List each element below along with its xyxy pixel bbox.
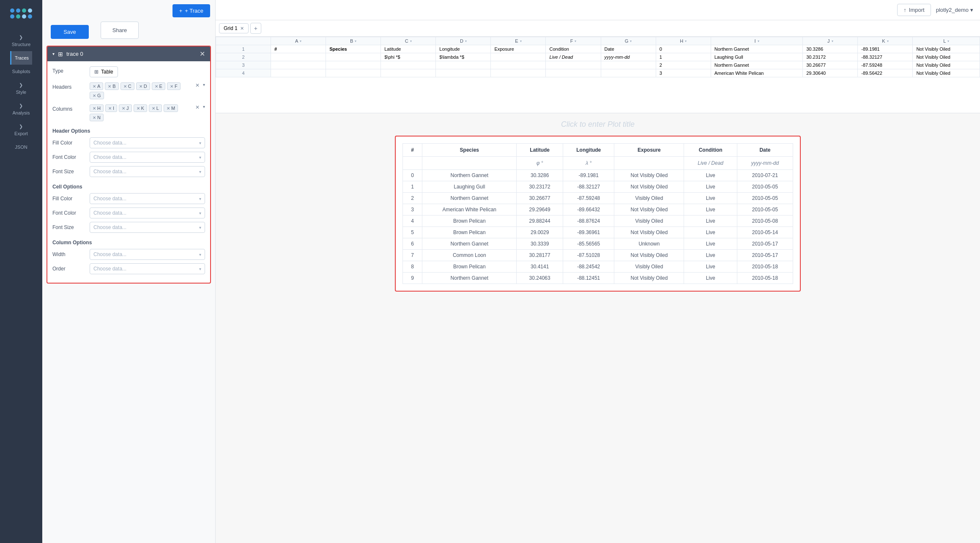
- font-size-select[interactable]: Choose data... ▾: [90, 166, 205, 177]
- header-tag[interactable]: ✕B: [105, 82, 118, 90]
- grid-tab-1[interactable]: Grid 1 ✕: [219, 23, 249, 33]
- viz-table-sub-header: λ °: [563, 157, 614, 170]
- headers-content: ✕A✕B✕C✕D✕E✕F✕G: [90, 82, 192, 99]
- columns-field-row: Columns ✕H✕I✕J✕K✕L✕M✕N ✕ ▾: [52, 104, 205, 121]
- grid-tab-close-icon[interactable]: ✕: [240, 26, 244, 31]
- col-header-d[interactable]: D ▾: [436, 37, 491, 45]
- remove-tag-icon[interactable]: ✕: [93, 93, 96, 98]
- sidebar-item-json[interactable]: JSON: [10, 140, 33, 154]
- font-color-row: Font Color Choose data... ▾: [52, 152, 205, 163]
- close-icon[interactable]: ✕: [200, 50, 205, 58]
- trace-panel-title: trace 0: [66, 51, 196, 57]
- sidebar-item-style[interactable]: ❯ Style: [10, 78, 33, 99]
- column-tag[interactable]: ✕L: [149, 104, 162, 112]
- grid-tabs: Grid 1 ✕ +: [216, 20, 980, 37]
- remove-tag-icon[interactable]: ✕: [108, 84, 111, 89]
- width-select[interactable]: Choose data... ▾: [90, 249, 205, 260]
- header-tag[interactable]: ✕G: [90, 92, 104, 99]
- clear-headers-icon[interactable]: ✕: [195, 82, 200, 88]
- remove-tag-icon[interactable]: ✕: [123, 84, 127, 89]
- col-header-c[interactable]: C ▾: [381, 37, 436, 45]
- logo-dot: [16, 8, 20, 13]
- remove-tag-icon[interactable]: ✕: [93, 106, 96, 111]
- remove-tag-icon[interactable]: ✕: [155, 84, 158, 89]
- column-tag[interactable]: ✕J: [119, 104, 132, 112]
- column-tag[interactable]: ✕I: [105, 104, 117, 112]
- viz-table-row: 8Brown Pelican30.4141-88.24542Visibly Oi…: [403, 261, 793, 273]
- cell-fill-color-select[interactable]: Choose data... ▾: [90, 193, 205, 204]
- sidebar-item-label: Traces: [15, 55, 29, 60]
- col-header-h[interactable]: H ▾: [656, 37, 711, 45]
- add-trace-button[interactable]: + + Trace: [172, 4, 210, 17]
- col-header-a[interactable]: A ▾: [271, 37, 326, 45]
- clear-columns-icon[interactable]: ✕: [195, 104, 200, 110]
- headers-label: Headers: [52, 82, 86, 90]
- column-tag[interactable]: ✕M: [164, 104, 178, 112]
- import-button[interactable]: ↑ Import: [897, 4, 931, 16]
- add-grid-tab-button[interactable]: +: [250, 23, 261, 34]
- cell-font-color-select[interactable]: Choose data... ▾: [90, 207, 205, 218]
- viz-table-row: 5Brown Pelican29.0029-89.36961Not Visibl…: [403, 227, 793, 238]
- col-header-l[interactable]: L ▾: [913, 37, 980, 45]
- col-header-e[interactable]: E ▾: [491, 37, 546, 45]
- header-tag[interactable]: ✕E: [152, 82, 165, 90]
- col-header-j[interactable]: J ▾: [803, 37, 858, 45]
- column-tag[interactable]: ✕K: [134, 104, 147, 112]
- remove-tag-icon[interactable]: ✕: [170, 84, 173, 89]
- type-selector[interactable]: ⊞ Table: [90, 66, 118, 77]
- remove-tag-icon[interactable]: ✕: [93, 115, 96, 120]
- width-label: Width: [52, 251, 86, 257]
- viz-table-sub-header: Live / Dead: [684, 157, 737, 170]
- remove-tag-icon[interactable]: ✕: [108, 106, 112, 111]
- sidebar-item-structure[interactable]: ❯ Structure: [10, 30, 33, 51]
- column-tag[interactable]: ✕H: [90, 104, 104, 112]
- header-tag[interactable]: ✕A: [90, 82, 103, 90]
- expand-columns-icon[interactable]: ▾: [203, 104, 205, 109]
- save-button[interactable]: Save: [51, 25, 89, 39]
- viz-table-header: Condition: [684, 144, 737, 157]
- col-header-f[interactable]: F ▾: [546, 37, 601, 45]
- expand-headers-icon[interactable]: ▾: [203, 82, 205, 87]
- spreadsheet[interactable]: A ▾ B ▾ C ▾ D ▾ E ▾ F ▾ G ▾ H ▾ I ▾ J ▾ …: [216, 37, 980, 77]
- order-select[interactable]: Choose data... ▾: [90, 263, 205, 274]
- remove-tag-icon[interactable]: ✕: [137, 106, 140, 111]
- dropdown-arrow-icon: ▾: [199, 141, 201, 145]
- cell-font-size-row: Font Size Choose data... ▾: [52, 222, 205, 233]
- logo-dot: [28, 14, 32, 19]
- viz-table-row: 7Common Loon30.28177-87.51028Not Visibly…: [403, 250, 793, 261]
- dropdown-arrow-icon: ▾: [199, 169, 201, 174]
- col-header-b[interactable]: B ▾: [326, 37, 381, 45]
- plot-title-placeholder[interactable]: Click to enter Plot title: [561, 120, 635, 129]
- header-tag[interactable]: ✕D: [136, 82, 150, 90]
- sidebar-item-traces[interactable]: Traces: [10, 51, 33, 65]
- columns-content: ✕H✕I✕J✕K✕L✕M✕N: [90, 104, 192, 121]
- plot-area: Click to enter Plot title #SpeciesLatitu…: [216, 113, 980, 543]
- remove-tag-icon[interactable]: ✕: [122, 106, 125, 111]
- sidebar-item-subplots[interactable]: Subplots: [10, 65, 33, 78]
- col-header-i[interactable]: I ▾: [711, 37, 803, 45]
- fill-color-select[interactable]: Choose data... ▾: [90, 137, 205, 148]
- header-tag[interactable]: ✕C: [120, 82, 134, 90]
- sidebar-item-analysis[interactable]: ❯ Analysis: [10, 99, 33, 120]
- remove-tag-icon[interactable]: ✕: [93, 84, 96, 89]
- user-menu[interactable]: plotly2_demo ▾: [936, 7, 973, 13]
- cell-font-size-placeholder: Choose data...: [93, 224, 126, 230]
- remove-tag-icon[interactable]: ✕: [152, 106, 155, 111]
- main-content: ↑ Import plotly2_demo ▾ Grid 1 ✕ + A ▾ B…: [216, 0, 980, 543]
- fill-color-row: Fill Color Choose data... ▾: [52, 137, 205, 148]
- sidebar-item-export[interactable]: ❯ Export: [10, 120, 33, 140]
- cell-font-size-select[interactable]: Choose data... ▾: [90, 222, 205, 233]
- chevron-right-icon: ❯: [19, 35, 23, 40]
- app-logo: [7, 5, 36, 22]
- remove-tag-icon[interactable]: ✕: [139, 84, 142, 89]
- share-button[interactable]: Share: [101, 22, 139, 39]
- col-header-g[interactable]: G ▾: [601, 37, 656, 45]
- trace-panel-header: ▾ ⊞ trace 0 ✕: [47, 46, 210, 61]
- col-header-k[interactable]: K ▾: [858, 37, 913, 45]
- font-color-select[interactable]: Choose data... ▾: [90, 152, 205, 163]
- column-tag[interactable]: ✕N: [90, 114, 104, 121]
- sidebar-nav: ❯ Structure Traces Subplots ❯ Style ❯ An…: [10, 30, 33, 154]
- remove-tag-icon[interactable]: ✕: [167, 106, 170, 111]
- header-tag[interactable]: ✕F: [167, 82, 181, 90]
- sort-icon: ▾: [832, 39, 833, 43]
